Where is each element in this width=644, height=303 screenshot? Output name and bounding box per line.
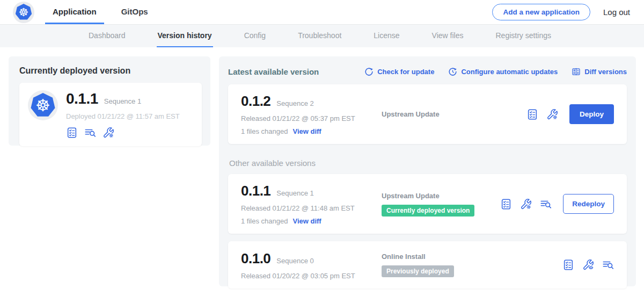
deployed-sequence: Sequence 1 [104, 97, 141, 105]
tab-application[interactable]: Application [45, 0, 104, 24]
preflight-checks-icon[interactable] [562, 259, 574, 271]
deploy-logs-icon[interactable] [84, 127, 96, 139]
configure-automatic-updates-label: Configure automatic updates [461, 68, 558, 76]
app-logo: ☸ [0, 0, 45, 24]
version-row-0-1-2: 0.1.2 Sequence 2 Released 01/21/22 @ 05:… [228, 84, 627, 144]
version-actions [562, 259, 614, 271]
previously-deployed-badge: Previously deployed [382, 265, 454, 277]
deployed-action-icons [66, 127, 180, 139]
view-config-icon[interactable] [582, 259, 594, 271]
check-for-update-link[interactable]: Check for update [364, 67, 434, 76]
released-timestamp: Released 01/20/22 @ 03:05 pm EST [241, 272, 382, 280]
deploy-logs-icon[interactable] [540, 198, 552, 210]
preflight-checks-icon[interactable] [526, 109, 538, 120]
kubernetes-logo-circle: ☸ [13, 2, 34, 23]
latest-version-header: Latest available version Check for updat… [228, 65, 627, 78]
check-for-update-label: Check for update [377, 68, 434, 76]
files-changed-row: 1 files changed View diff [241, 217, 382, 225]
version-row-0-1-1: 0.1.1 Sequence 1 Released 01/21/22 @ 11:… [228, 174, 627, 234]
preflight-checks-icon[interactable] [500, 198, 512, 210]
currently-deployed-card: Currently deployed version ☸ 0.1.1 Seque… [9, 56, 210, 146]
deployed-version-number: 0.1.1 [66, 90, 98, 107]
version-info: 0.1.2 Sequence 2 Released 01/21/22 @ 05:… [241, 93, 382, 135]
diff-versions-label: Diff versions [584, 68, 627, 76]
kubernetes-icon: ☸ [16, 4, 32, 20]
version-number: 0.1.1 [241, 183, 270, 199]
deployed-version-card: ☸ 0.1.1 Sequence 1 Deployed 01/21/22 @ 1… [19, 83, 202, 146]
edit-config-icon[interactable] [520, 198, 532, 210]
version-source: Upstream Update [382, 110, 526, 118]
released-timestamp: Released 01/21/22 @ 11:48 am EST [241, 204, 382, 212]
app-logo-circle: ☸ [28, 90, 58, 120]
subnav-tab-registry-settings[interactable]: Registry settings [494, 25, 552, 47]
subnav-tab-troubleshoot[interactable]: Troubleshoot [297, 25, 342, 47]
source-label: Upstream Update [382, 192, 500, 200]
subnav-tab-dashboard[interactable]: Dashboard [87, 25, 127, 47]
other-versions-heading: Other available versions [229, 158, 627, 168]
version-row-0-1-0: 0.1.0 Sequence 0 Released 01/20/22 @ 03:… [228, 241, 627, 288]
version-info: 0.1.0 Sequence 0 Released 01/20/22 @ 03:… [241, 250, 382, 280]
currently-deployed-badge: Currently deployed version [382, 205, 474, 217]
source-label: Online Install [382, 252, 562, 261]
subnav-tab-config[interactable]: Config [243, 25, 267, 47]
version-sequence: Sequence 2 [276, 99, 313, 107]
version-line: 0.1.1 Sequence 1 [241, 183, 382, 199]
version-sequence: Sequence 1 [276, 189, 313, 197]
version-source: Online Install Previously deployed [382, 252, 562, 277]
logout-button[interactable]: Log out [603, 8, 630, 17]
deploy-button[interactable]: Deploy [569, 104, 614, 124]
version-line: 0.1.1 Sequence 1 [66, 90, 180, 107]
version-actions: Redeploy [500, 194, 614, 214]
refresh-icon [364, 67, 374, 76]
auto-update-clock-icon [448, 67, 457, 76]
version-actions: Deploy [526, 104, 614, 124]
header-right: Add a new application Log out [492, 0, 644, 24]
released-timestamp: Released 01/21/22 @ 05:37 pm EST [241, 114, 382, 122]
source-label: Upstream Update [382, 110, 526, 118]
diff-panes-icon [572, 67, 581, 76]
app-subnav: Dashboard Version history Config Trouble… [0, 25, 644, 47]
latest-version-heading: Latest available version [228, 67, 319, 76]
version-number: 0.1.2 [241, 93, 270, 110]
view-diff-link[interactable]: View diff [292, 217, 321, 225]
view-diff-link[interactable]: View diff [292, 127, 321, 135]
version-history-panel: Latest available version Check for updat… [219, 56, 636, 286]
currently-deployed-title: Currently deployed version [19, 66, 202, 76]
preflight-checks-icon[interactable] [66, 127, 78, 139]
subnav-tab-license[interactable]: License [372, 25, 400, 47]
version-line: 0.1.0 Sequence 0 [241, 250, 382, 267]
configure-automatic-updates-link[interactable]: Configure automatic updates [448, 67, 558, 76]
files-changed-row: 1 files changed View diff [241, 127, 382, 135]
version-line: 0.1.2 Sequence 2 [241, 93, 382, 110]
diff-versions-link[interactable]: Diff versions [572, 67, 627, 76]
app-header: ☸ Application GitOps Add a new applicati… [0, 0, 644, 25]
version-sequence: Sequence 0 [276, 257, 313, 265]
subnav-tab-view-files[interactable]: View files [431, 25, 465, 47]
version-number: 0.1.0 [241, 250, 270, 267]
header-tabs: Application GitOps [45, 0, 165, 24]
deployed-version-info: 0.1.1 Sequence 1 Deployed 01/21/22 @ 11:… [66, 90, 180, 139]
version-info: 0.1.1 Sequence 1 Released 01/21/22 @ 11:… [241, 183, 382, 225]
subnav-tab-version-history[interactable]: Version history [157, 25, 213, 47]
panel-actions: Check for update Configure automatic upd… [364, 67, 627, 76]
deployed-timestamp: Deployed 01/21/22 @ 11:57 am EST [66, 112, 180, 120]
edit-config-icon[interactable] [103, 127, 114, 139]
edit-config-icon[interactable] [546, 109, 558, 120]
files-changed-label: 1 files changed [241, 217, 288, 225]
redeploy-button[interactable]: Redeploy [563, 194, 614, 214]
version-source: Upstream Update Currently deployed versi… [382, 192, 500, 217]
deploy-logs-icon[interactable] [602, 259, 614, 271]
tab-gitops[interactable]: GitOps [114, 0, 156, 24]
add-application-button[interactable]: Add a new application [492, 4, 590, 20]
files-changed-label: 1 files changed [241, 127, 288, 135]
kubernetes-icon: ☸ [31, 93, 55, 118]
